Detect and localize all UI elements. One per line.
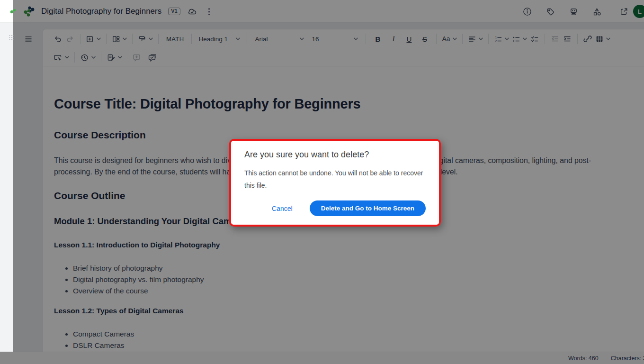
dialog-message: This action cannot be undone. You will n… — [244, 167, 426, 191]
delete-confirm-button[interactable]: Delete and Go to Home Screen — [310, 200, 426, 216]
dialog-title: Are you sure you want to delete? — [244, 150, 426, 160]
drag-handle-icon[interactable] — [9, 35, 14, 40]
delete-confirmation-dialog: Are you sure you want to delete? This ac… — [231, 141, 439, 225]
cancel-button[interactable]: Cancel — [269, 204, 295, 213]
collapsed-logo-icon — [10, 9, 16, 15]
highlight-rectangle: Are you sure you want to delete? This ac… — [229, 139, 441, 227]
left-rail — [0, 0, 13, 352]
